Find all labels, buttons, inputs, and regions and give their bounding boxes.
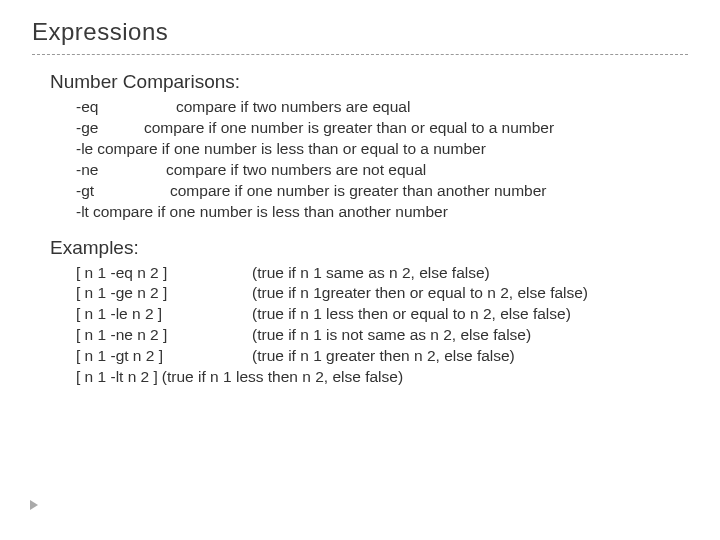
section-comparisons: Number Comparisons: -eqcompare if two nu… [32, 71, 688, 223]
example-code: [ n 1 -lt n 2 ] [76, 367, 158, 388]
list-item: [ n 1 -ge n 2 ](true if n 1greater then … [60, 283, 688, 304]
section-title: Examples: [50, 237, 139, 259]
list-item: -gecompare if one number is greater than… [60, 118, 688, 139]
section-examples: Examples: [ n 1 -eq n 2 ](true if n 1 sa… [32, 237, 688, 389]
divider [32, 54, 688, 55]
operator-text: -le [76, 139, 93, 160]
list-item: [ n 1 -lt n 2 ](true if n 1 less then n … [60, 367, 688, 388]
operator-text: -gt [76, 181, 170, 202]
example-code: [ n 1 -ge n 2 ] [76, 283, 252, 304]
slide-marker-icon [30, 500, 38, 510]
list-item: -eqcompare if two numbers are equal [60, 97, 688, 118]
page-title: Expressions [32, 18, 688, 46]
example-code: [ n 1 -eq n 2 ] [76, 263, 252, 284]
section-header: Examples: [32, 237, 688, 259]
operator-text: -ne [76, 160, 166, 181]
description-text: compare if one number is greater than or… [144, 118, 554, 139]
operator-text: -ge [76, 118, 144, 139]
example-result: (true if n 1 less then or equal to n 2, … [252, 304, 571, 325]
list-item: -gtcompare if one number is greater than… [60, 181, 688, 202]
section-header: Number Comparisons: [32, 71, 688, 93]
description-text: compare if one number is less than anoth… [93, 202, 448, 223]
example-result: (true if n 1 is not same as n 2, else fa… [252, 325, 531, 346]
example-code: [ n 1 -le n 2 ] [76, 304, 252, 325]
list-item: [ n 1 -le n 2 ](true if n 1 less then or… [60, 304, 688, 325]
list-item: [ n 1 -eq n 2 ](true if n 1 same as n 2,… [60, 263, 688, 284]
item-list: -eqcompare if two numbers are equal-geco… [60, 97, 688, 223]
operator-text: -lt [76, 202, 89, 223]
example-result: (true if n 1 less then n 2, else false) [162, 367, 403, 388]
list-item: -necompare if two numbers are not equal [60, 160, 688, 181]
example-code: [ n 1 -ne n 2 ] [76, 325, 252, 346]
list-item: [ n 1 -ne n 2 ](true if n 1 is not same … [60, 325, 688, 346]
section-title: Number Comparisons: [50, 71, 240, 93]
example-code: [ n 1 -gt n 2 ] [76, 346, 252, 367]
operator-text: -eq [76, 97, 176, 118]
example-result: (true if n 1 greater then n 2, else fals… [252, 346, 515, 367]
example-result: (true if n 1greater then or equal to n 2… [252, 283, 588, 304]
description-text: compare if one number is less than or eq… [97, 139, 486, 160]
list-item: -lecompare if one number is less than or… [60, 139, 688, 160]
list-item: -ltcompare if one number is less than an… [60, 202, 688, 223]
item-list: [ n 1 -eq n 2 ](true if n 1 same as n 2,… [60, 263, 688, 389]
list-item: [ n 1 -gt n 2 ](true if n 1 greater then… [60, 346, 688, 367]
description-text: compare if two numbers are not equal [166, 160, 426, 181]
description-text: compare if one number is greater than an… [170, 181, 547, 202]
description-text: compare if two numbers are equal [176, 97, 410, 118]
example-result: (true if n 1 same as n 2, else false) [252, 263, 490, 284]
slide: Expressions Number Comparisons: -eqcompa… [0, 0, 720, 388]
